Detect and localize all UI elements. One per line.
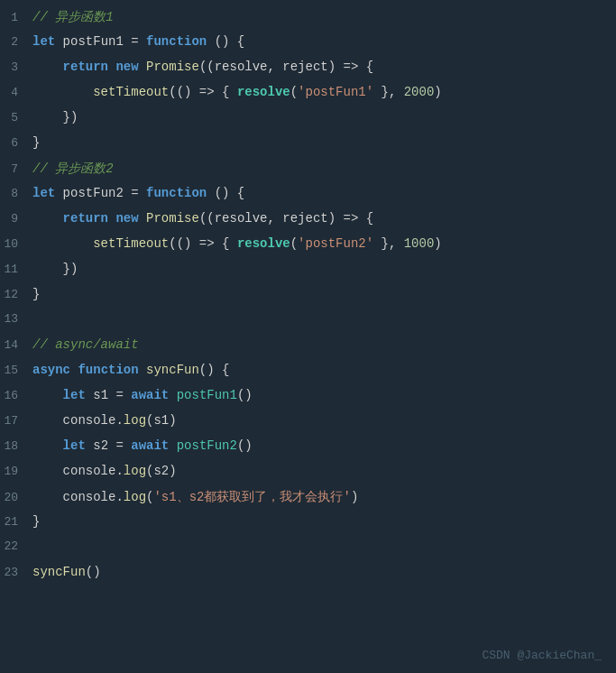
token-plain: } (32, 135, 40, 150)
token-fn: log (124, 490, 146, 504)
token-keyword: new (115, 211, 138, 226)
token-keyword: return (63, 60, 108, 74)
line-number: 16 (0, 389, 32, 402)
code-line: 23syncFun() (0, 563, 616, 588)
line-content: }) (32, 110, 616, 124)
code-line: 16 let s1 = await postFun1() (0, 386, 616, 411)
line-number: 1 (0, 11, 32, 24)
token-plain (32, 438, 63, 453)
token-plain: () (86, 565, 101, 579)
token-plain (32, 236, 93, 251)
line-number: 21 (0, 515, 32, 529)
line-content: async function syncFun() { (32, 363, 616, 377)
token-op: = (131, 34, 138, 49)
token-plain: ( (290, 236, 298, 251)
token-plain: }) (32, 110, 78, 124)
token-plain: { (215, 85, 237, 99)
line-number: 11 (0, 263, 32, 276)
line-content: // async/await (32, 337, 616, 352)
token-string: 'postFun2' (298, 236, 373, 251)
code-line: 19 console.log(s2) (0, 462, 616, 487)
line-number: 22 (0, 539, 32, 553)
line-content: let postFun1 = function () { (32, 34, 616, 49)
token-plain: }, (373, 236, 404, 251)
token-plain: s2 (86, 438, 116, 453)
token-plain: (s1) (146, 413, 177, 428)
line-number: 14 (0, 338, 32, 352)
code-line: 2let postFun1 = function () { (0, 32, 616, 58)
token-plain: console. (32, 490, 124, 504)
code-line: 13 (0, 310, 616, 336)
code-line: 17 console.log(s1) (0, 411, 616, 437)
token-plain (139, 186, 146, 200)
token-plain: () { (199, 363, 230, 377)
token-keyword: let (63, 388, 86, 402)
token-keyword: function (146, 186, 207, 200)
line-number: 6 (0, 136, 32, 150)
token-keyword: async (32, 363, 70, 377)
token-plain: () (237, 388, 253, 402)
code-line: 3 return new Promise((resolve, reject) =… (0, 58, 616, 83)
line-number: 23 (0, 566, 32, 579)
token-keyword: let (63, 438, 86, 453)
line-content: let postFun2 = function () { (32, 186, 616, 200)
token-plain (139, 60, 146, 74)
token-plain: { (215, 236, 237, 251)
code-line: 20 console.log('s1、s2都获取到了，我才会执行') (0, 487, 616, 512)
line-number: 9 (0, 212, 32, 226)
line-content: // 异步函数1 (32, 9, 616, 25)
token-postfun: postFun2 (177, 438, 237, 453)
token-plain: ) (434, 236, 441, 251)
token-plain: () (237, 438, 253, 453)
token-fn: setTimeout (93, 85, 169, 99)
token-arrow: => (199, 236, 215, 251)
line-content: let s2 = await postFun2() (32, 438, 616, 453)
line-number: 17 (0, 414, 32, 428)
token-fn: setTimeout (93, 236, 169, 251)
token-plain: (() (169, 236, 199, 251)
token-plain: }, (373, 85, 404, 99)
token-number: 2000 (404, 85, 435, 99)
token-fn: syncFun (32, 565, 86, 579)
token-op: = (115, 438, 123, 453)
token-fn: log (124, 413, 146, 428)
token-plain: { (358, 60, 373, 74)
token-postfun: postFun1 (177, 388, 237, 402)
token-keyword: await (131, 438, 169, 453)
line-number: 19 (0, 465, 32, 478)
line-number: 13 (0, 312, 32, 326)
line-number: 3 (0, 60, 32, 74)
token-plain: ) (351, 490, 358, 504)
token-plain (169, 438, 176, 453)
token-plain: s1 (86, 388, 116, 402)
line-content: } (32, 514, 616, 529)
line-number: 10 (0, 237, 32, 251)
token-plain: () { (207, 34, 244, 49)
line-number: 15 (0, 364, 32, 377)
token-plain (139, 363, 146, 377)
token-plain (139, 211, 146, 226)
line-number: 20 (0, 491, 32, 504)
line-content: console.log(s2) (32, 464, 616, 478)
line-content: } (32, 135, 616, 150)
token-plain: (() (169, 85, 199, 99)
code-line: 21} (0, 512, 616, 538)
code-line: 12} (0, 285, 616, 310)
token-fn: log (124, 464, 146, 478)
code-line: 5 }) (0, 108, 616, 134)
token-plain: ) (434, 85, 441, 99)
token-keyword: return (63, 211, 108, 226)
code-line: 9 return new Promise((resolve, reject) =… (0, 209, 616, 235)
token-arrow: => (344, 60, 359, 74)
token-plain: } (32, 514, 40, 529)
token-plain: console. (32, 413, 124, 428)
token-op: = (131, 186, 138, 200)
code-line: 18 let s2 = await postFun2() (0, 437, 616, 462)
line-content: // 异步函数2 (32, 161, 616, 177)
token-plain (32, 85, 93, 99)
line-number: 5 (0, 111, 32, 124)
token-string: 'postFun1' (298, 85, 373, 99)
line-content: return new Promise((resolve, reject) => … (32, 211, 616, 226)
token-string: 's1、s2都获取到了，我才会执行' (153, 490, 350, 504)
token-plain (32, 60, 63, 74)
